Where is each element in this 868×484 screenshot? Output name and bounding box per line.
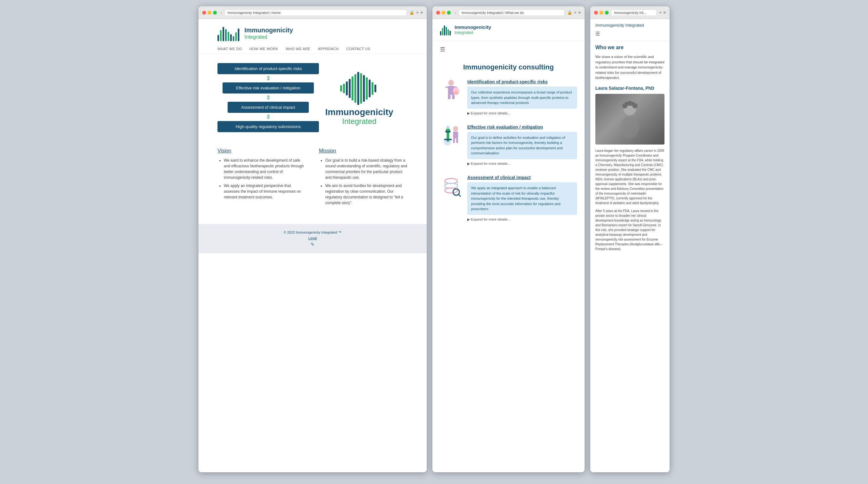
funnel-box-4: High-quality regulatory submissions	[217, 121, 319, 132]
vision-heading[interactable]: Vision	[217, 148, 306, 154]
brand-visual: Immunogenicity Integrated	[325, 69, 394, 126]
close-button[interactable]	[202, 11, 206, 14]
bar-9	[238, 29, 239, 41]
vision-mission-section: Vision We want to enhance the developmen…	[198, 142, 427, 218]
menu-icon[interactable]: ≡	[421, 10, 423, 15]
service-icon-1	[440, 79, 462, 101]
brand-large-title: Immunogenicity	[325, 107, 394, 117]
funnel-arrow-2: ⇕	[217, 95, 319, 100]
minimize-button-3[interactable]	[599, 11, 603, 14]
traffic-lights-2	[436, 11, 451, 14]
vision-bullet-1: We want to enhance the development of sa…	[224, 158, 306, 180]
person-name: Laura Salazar-Fontana, PhD	[595, 86, 664, 91]
menu-icon-3[interactable]: ≡	[663, 10, 666, 15]
expand-link-3[interactable]: ▶ Expand for more details...	[467, 218, 577, 222]
svg-rect-29	[453, 138, 455, 143]
add-tab-icon-2[interactable]: +	[574, 10, 577, 15]
page-title-2: Immunogenicity consulting	[440, 63, 577, 71]
vision-bullets: We want to enhance the development of sa…	[217, 158, 306, 200]
expand-link-2[interactable]: ▶ Expand for more details...	[467, 162, 577, 166]
bar-7	[233, 36, 234, 41]
browser-icons-1: 🔒 + ≡	[409, 10, 423, 15]
logo-title-2: Immunogenicity	[455, 24, 491, 30]
bio-text-2: After 5 years at the FDA, Laura moved to…	[595, 208, 664, 251]
hamburger-menu-3[interactable]: ☰	[595, 31, 664, 37]
person-silhouette	[617, 100, 643, 138]
close-button-3[interactable]	[594, 11, 598, 14]
dna-icon	[441, 175, 462, 197]
service-card-3: Assessment of clinical impact We apply a…	[440, 175, 577, 222]
svg-rect-12	[374, 85, 376, 92]
legal-link[interactable]: Legal	[205, 236, 421, 240]
svg-rect-10	[369, 79, 371, 97]
nav-approach[interactable]: APPROACH	[318, 47, 339, 51]
bar2-4	[446, 27, 447, 35]
copyright-text: © 2023 Immunogenicity Integrated ™	[205, 230, 421, 234]
bar2-3	[444, 25, 445, 35]
svg-rect-17	[448, 95, 451, 99]
service-info-2: Effective risk evaluation / mitigation O…	[467, 124, 577, 166]
service-card-2: Effective risk evaluation / mitigation O…	[440, 124, 577, 166]
svg-rect-4	[351, 76, 353, 100]
bar-3	[222, 27, 224, 41]
expand-link-1[interactable]: ▶ Expand for more details...	[467, 111, 577, 116]
lock-icon: 🔒	[409, 10, 414, 15]
bar-2	[220, 30, 222, 41]
close-button-2[interactable]	[436, 11, 440, 14]
service-title-3[interactable]: Assessment of clinical impact	[467, 175, 577, 180]
svg-rect-3	[349, 79, 351, 98]
funnel-arrow-3: ⇕	[217, 114, 319, 120]
nav-contact-us[interactable]: CONTACT US	[346, 47, 371, 51]
nav-how-we-work[interactable]: HOW WE WORK	[249, 47, 278, 51]
mission-column: Mission Our goal is to build a risk-base…	[319, 148, 408, 208]
vision-bullet-2: We apply an integrated perspective that …	[224, 183, 306, 200]
mission-bullet-1: Our goal is to build a risk-based strate…	[325, 158, 408, 180]
edit-icon[interactable]: ✎	[205, 242, 421, 247]
bio-text-1: Laura began her regulatory affairs caree…	[595, 148, 664, 205]
svg-rect-2	[346, 82, 348, 95]
brand-large-subtitle: Integrated	[342, 117, 376, 126]
svg-point-39	[621, 116, 639, 138]
browser-window-2: ‹ Immunogenicity Integrated | What we do…	[432, 6, 585, 472]
add-tab-icon[interactable]: +	[416, 10, 419, 15]
service-title-1[interactable]: Identification of product-specific risks	[467, 79, 577, 85]
svg-rect-18	[452, 95, 455, 99]
page-footer-1: © 2023 Immunogenicity Integrated ™ Legal…	[198, 224, 427, 253]
back-button-2[interactable]: ‹	[455, 10, 456, 15]
browser-icons-2: 🔒 + ≡	[567, 10, 581, 15]
funnel-box-3: Assessment of clinical impact	[228, 102, 309, 113]
nav-who-we-are[interactable]: WHO WE ARE	[286, 47, 310, 51]
maximize-button-2[interactable]	[447, 11, 451, 14]
service-title-2[interactable]: Effective risk evaluation / mitigation	[467, 124, 577, 130]
logo-icon-2	[440, 24, 451, 35]
maximize-button[interactable]	[213, 11, 217, 14]
url-bar-2[interactable]: Immunogenicity Integrated | What we do	[459, 9, 565, 16]
browser-chrome-2: ‹ Immunogenicity Integrated | What we do…	[432, 6, 585, 19]
logo-text-2: Immunogenicity Integrated	[455, 24, 491, 35]
url-bar-3[interactable]: Immunogenicity Int...	[611, 9, 656, 16]
back-button[interactable]: ‹	[221, 10, 222, 15]
hero-section: Identification of product-specific risks…	[198, 54, 427, 142]
logo-title-1: Immunogenicity	[244, 26, 293, 34]
svg-point-13	[448, 80, 454, 86]
mission-heading[interactable]: Mission	[319, 148, 408, 154]
logo-sub-2: Integrated	[455, 30, 491, 35]
maximize-button-3[interactable]	[605, 11, 609, 14]
minimize-button-2[interactable]	[442, 11, 445, 14]
browser-chrome-1: ‹ Immunogenicity Integrated | Home 🔒 + ≡	[198, 6, 427, 19]
bar2-5	[447, 29, 449, 35]
menu-icon-2[interactable]: ≡	[578, 10, 581, 15]
add-tab-icon-3[interactable]: +	[659, 10, 662, 15]
page-content-2: Immunogenicity Integrated ☰ Immunogenici…	[432, 19, 585, 472]
browser-chrome-3: Immunogenicity Int... + ≡	[590, 6, 670, 19]
url-bar-1[interactable]: Immunogenicity Integrated | Home	[225, 9, 407, 16]
funnel-box-1: Identification of product-specific risks	[217, 63, 319, 74]
service-info-3: Assessment of clinical impact We apply a…	[467, 175, 577, 222]
nav-what-we-do[interactable]: WHAT WE DO	[217, 47, 242, 51]
hamburger-menu-2[interactable]: ☰	[432, 41, 585, 58]
svg-rect-9	[366, 77, 368, 99]
logo-text-1: Immunogenicity Integrated	[244, 26, 293, 40]
site-header-2: Immunogenicity Integrated	[432, 19, 585, 41]
svg-rect-5	[354, 74, 356, 103]
minimize-button[interactable]	[208, 11, 212, 14]
